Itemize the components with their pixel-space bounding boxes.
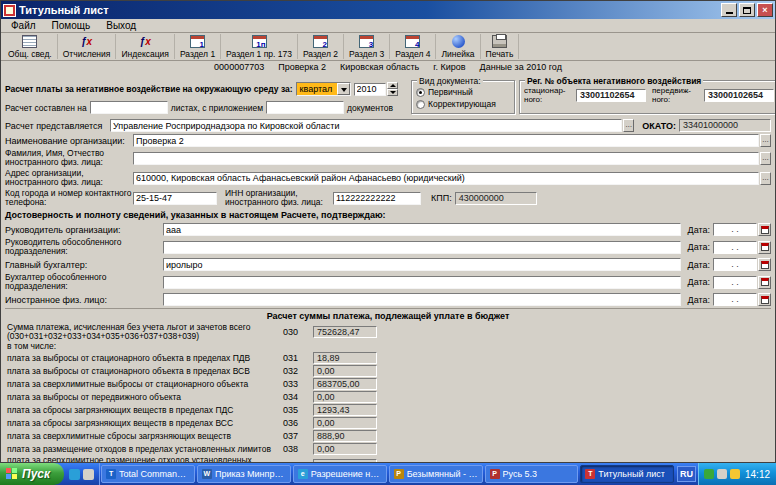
date-value[interactable]: . . bbox=[713, 258, 757, 271]
date-value[interactable]: . . bbox=[713, 293, 757, 306]
form: Расчет платы за негативное воздействие н… bbox=[1, 73, 775, 462]
payment-row-030: Сумма платежа, исчисленная без учета льг… bbox=[5, 323, 771, 341]
sheets-count-input[interactable] bbox=[90, 101, 168, 114]
quick-launch bbox=[64, 463, 100, 485]
task-paint[interactable]: P Безымянный - Paint bbox=[389, 465, 483, 483]
submitted-label: Расчет представляется bbox=[5, 121, 110, 131]
toolbar-label: Раздел 1 пр. 173 bbox=[226, 49, 292, 59]
picker-button[interactable]: … bbox=[760, 152, 771, 165]
year-input[interactable] bbox=[354, 83, 386, 96]
top-area: Расчет платы за негативное воздействие н… bbox=[5, 76, 771, 116]
menu-file[interactable]: Файл bbox=[3, 20, 44, 31]
document-number: 0000007703 bbox=[214, 62, 264, 72]
task-title-sheet[interactable]: Т Титульный лист bbox=[580, 465, 674, 483]
toolbar-label: Индексация bbox=[121, 49, 169, 59]
task-total-commander[interactable]: T Total Commander 7.02a... bbox=[101, 465, 195, 483]
submitted-input[interactable] bbox=[110, 119, 622, 132]
period-dropdown[interactable]: квартал bbox=[296, 82, 351, 96]
spin-up-icon[interactable] bbox=[387, 82, 398, 89]
phone-input[interactable] bbox=[133, 192, 217, 205]
contacts-row: Код города и номер контактного телефона:… bbox=[5, 189, 771, 207]
paint-icon: P bbox=[394, 469, 404, 479]
language-indicator[interactable]: RU bbox=[677, 466, 696, 482]
payment-row-032: плата за выбросы от стационарного объект… bbox=[5, 365, 771, 377]
doc-type-primary-option[interactable]: Первичный bbox=[416, 87, 510, 97]
toolbar: Общ. свед. ƒОтчисления ƒИндексация Разде… bbox=[1, 33, 775, 61]
picker-button[interactable]: … bbox=[760, 172, 771, 185]
payment-row-code: 031 bbox=[283, 353, 313, 363]
address-input[interactable] bbox=[133, 172, 759, 185]
word-document-icon: W bbox=[202, 469, 212, 479]
org-name-input[interactable] bbox=[133, 134, 759, 147]
calendar-button[interactable] bbox=[758, 241, 771, 254]
radio-checked-icon[interactable] bbox=[416, 88, 425, 97]
minimize-button[interactable] bbox=[721, 3, 737, 17]
payment-row-value: 752628,47 bbox=[313, 326, 377, 338]
date-value[interactable]: . . bbox=[713, 276, 757, 289]
internet-explorer-icon[interactable] bbox=[69, 469, 80, 480]
payment-row-label: плата за выбросы от передвижного объекта bbox=[5, 393, 283, 402]
payment-row-code: 035 bbox=[283, 405, 313, 415]
maximize-icon bbox=[743, 7, 751, 14]
task-prikaz-minprirody[interactable]: W Приказ Минприроды Р... bbox=[197, 465, 291, 483]
maximize-button[interactable] bbox=[739, 3, 755, 17]
radio-unchecked-icon[interactable] bbox=[416, 100, 425, 109]
head-branch-input[interactable] bbox=[163, 241, 681, 254]
calendar-button[interactable] bbox=[758, 293, 771, 306]
toolbar-print[interactable]: Печать bbox=[481, 34, 520, 59]
ruler-icon bbox=[452, 35, 465, 48]
menu-exit[interactable]: Выход bbox=[98, 20, 144, 31]
general-info-icon bbox=[22, 35, 37, 48]
calendar-button[interactable] bbox=[758, 258, 771, 271]
head-org-input[interactable] bbox=[163, 223, 681, 236]
date-value[interactable]: . . bbox=[713, 241, 757, 254]
toolbar-indexation[interactable]: ƒИндексация bbox=[116, 34, 175, 59]
update-icon[interactable] bbox=[730, 469, 740, 479]
payment-row-value: 1293,43 bbox=[313, 404, 377, 416]
volume-icon[interactable] bbox=[717, 469, 727, 479]
foreign-person-input[interactable] bbox=[163, 293, 681, 306]
calendar-button[interactable] bbox=[758, 276, 771, 289]
foreign-name-input[interactable] bbox=[133, 152, 759, 165]
toolbar-section-1[interactable]: Раздел 1 bbox=[175, 34, 221, 59]
toolbar-section-2[interactable]: Раздел 2 bbox=[298, 34, 344, 59]
doc-type-correcting-option[interactable]: Корректирующая bbox=[416, 99, 510, 109]
start-button[interactable]: Пуск bbox=[0, 463, 64, 485]
reg-mobile: передвиж-ного: 33000102654 bbox=[652, 87, 774, 104]
toolbar-label: Отчисления bbox=[63, 49, 111, 59]
calendar-button[interactable] bbox=[758, 223, 771, 236]
spin-down-icon[interactable] bbox=[387, 89, 398, 96]
window-title: Титульный лист bbox=[19, 4, 719, 16]
task-rus[interactable]: Р Русь 5.3 bbox=[485, 465, 579, 483]
toolbar-section-3[interactable]: Раздел 3 bbox=[344, 34, 390, 59]
titlebar[interactable]: Титульный лист × bbox=[1, 1, 775, 19]
inn-input[interactable] bbox=[333, 192, 421, 205]
chevron-down-icon[interactable] bbox=[337, 83, 350, 95]
calendar-icon bbox=[761, 261, 769, 269]
payment-row-035: плата за сбросы загрязняющих веществ в п… bbox=[5, 404, 771, 416]
task-razreshenie[interactable]: e Разрешение на выбр... bbox=[293, 465, 387, 483]
date-value[interactable]: . . bbox=[713, 223, 757, 236]
signature-row-branch-accountant: Бухгалтер обособленного подразделения: Д… bbox=[5, 273, 771, 291]
branch-accountant-input[interactable] bbox=[163, 276, 681, 289]
toolbar-ruler[interactable]: Линейка bbox=[436, 34, 480, 59]
menu-help[interactable]: Помощь bbox=[44, 20, 99, 31]
toolbar-section-1-pr173[interactable]: Раздел 1 пр. 173 bbox=[221, 34, 298, 59]
chief-accountant-input[interactable] bbox=[163, 258, 681, 271]
payment-row-label: плата за выбросы от стационарного объект… bbox=[5, 367, 283, 376]
payment-row-037: плата за сверхлимитные сбросы загрязняющ… bbox=[5, 430, 771, 442]
toolbar-deductions[interactable]: ƒОтчисления bbox=[58, 34, 117, 59]
documents-count-input[interactable] bbox=[266, 101, 344, 114]
show-desktop-icon[interactable] bbox=[83, 469, 94, 480]
minimize-icon bbox=[726, 7, 733, 14]
toolbar-section-4[interactable]: Раздел 4 bbox=[390, 34, 436, 59]
antivirus-icon[interactable] bbox=[704, 469, 714, 479]
year-spinner bbox=[387, 82, 398, 96]
picker-button[interactable]: … bbox=[623, 119, 634, 132]
period-label: Расчет платы за негативное воздействие н… bbox=[5, 84, 293, 94]
close-button[interactable]: × bbox=[757, 3, 773, 17]
picker-button[interactable]: … bbox=[760, 134, 771, 147]
start-label: Пуск bbox=[22, 467, 50, 481]
okato-label: ОКАТО: bbox=[642, 121, 676, 131]
toolbar-general-info[interactable]: Общ. свед. bbox=[3, 34, 58, 59]
